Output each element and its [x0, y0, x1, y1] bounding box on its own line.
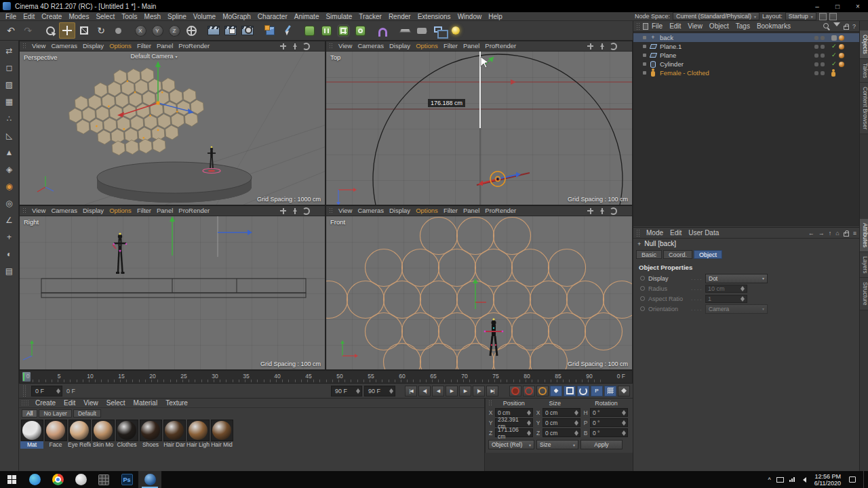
viewport-menu-panel[interactable]: Panel — [154, 206, 176, 216]
timeline-tick[interactable]: 40 — [269, 373, 285, 380]
spinner[interactable] — [56, 386, 60, 396]
model-mode-button[interactable]: ◻ — [3, 61, 16, 75]
record-rotation-button[interactable] — [577, 386, 589, 396]
character-tag-icon[interactable] — [831, 72, 835, 77]
keyframe-selection-button[interactable] — [618, 386, 630, 396]
viewport-menu-view[interactable]: View — [29, 206, 48, 216]
spinner[interactable] — [622, 428, 626, 438]
panel-grip[interactable] — [488, 400, 493, 407]
spinner[interactable] — [741, 294, 745, 304]
viewport-menu-cameras[interactable]: Cameras — [48, 206, 80, 216]
om-menu-tags[interactable]: Tags — [732, 22, 753, 30]
material-item[interactable]: Eye Refle — [68, 420, 91, 449]
dolly-icon[interactable] — [291, 43, 298, 50]
timeline-tick[interactable]: 70 — [456, 373, 473, 380]
menu-window[interactable]: Window — [454, 12, 486, 21]
menu-tools[interactable]: Tools — [118, 12, 140, 21]
coordinate-system-button[interactable] — [183, 22, 199, 39]
viewport-menu-filter[interactable]: Filter — [441, 206, 460, 216]
display-tray-icon[interactable] — [776, 477, 784, 483]
attr-tab-basic[interactable]: Basic — [636, 250, 662, 259]
workplane-mode-button[interactable]: ▦ — [3, 95, 16, 108]
texture-ball-tag-icon[interactable] — [839, 44, 844, 49]
material-item[interactable]: Hair Mid — [210, 420, 233, 449]
points-mode-button[interactable]: ∴ — [3, 112, 16, 125]
spinner[interactable] — [356, 386, 360, 396]
apply-button[interactable]: Apply — [580, 440, 623, 449]
menu-select[interactable]: Select — [92, 12, 118, 21]
material-item[interactable]: Clothes — [115, 420, 138, 449]
attr-menu-mode[interactable]: Mode — [643, 229, 667, 237]
om-menu-view[interactable]: View — [684, 22, 706, 30]
viewport-menu-cameras[interactable]: Cameras — [48, 41, 80, 51]
attr-field-radius[interactable]: 10 cm — [705, 285, 747, 293]
volume-tray-icon[interactable] — [800, 477, 806, 483]
material-item[interactable]: Mat — [20, 420, 43, 449]
material-menu-texture[interactable]: Texture — [161, 399, 192, 407]
bend-deformer-button[interactable] — [374, 22, 391, 39]
attr-tab-object[interactable]: Object — [694, 250, 722, 259]
timeline-tick[interactable]: 90 — [581, 373, 597, 380]
size-mode-dropdown[interactable]: Size▾ — [536, 440, 578, 449]
start-button[interactable] — [0, 471, 23, 488]
panel-grip[interactable] — [22, 385, 27, 396]
coordinate-field[interactable]: 0 ° — [590, 408, 628, 417]
editor-visibility-dot[interactable] — [814, 62, 818, 66]
material-menu-view[interactable]: View — [79, 399, 102, 407]
filter-tab-no-layer[interactable]: No Layer — [39, 409, 72, 418]
panel-grip[interactable] — [22, 207, 27, 214]
viewport-menu-view[interactable]: View — [29, 41, 48, 51]
layer-color-button[interactable]: ▤ — [3, 264, 16, 278]
spinner[interactable] — [574, 428, 578, 438]
viewport-menu-options[interactable]: Options — [106, 206, 134, 216]
minimize-button[interactable]: – — [807, 0, 827, 12]
menu-spline[interactable]: Spline — [164, 12, 190, 21]
array-generator-button[interactable] — [318, 22, 334, 39]
material-menu-create[interactable]: Create — [31, 399, 60, 407]
history-forward-icon[interactable]: → — [818, 230, 825, 237]
object-row[interactable]: Plane.1✓ — [633, 42, 860, 51]
timeline-tick[interactable]: 0 — [20, 373, 36, 380]
camera-label[interactable]: Default Camera▾ — [130, 53, 177, 60]
timeline-tick[interactable]: 50 — [332, 373, 348, 380]
coordinate-field[interactable]: 0 cm — [542, 428, 580, 437]
panel-grip[interactable] — [22, 43, 27, 49]
om-menu-object[interactable]: Object — [706, 22, 732, 30]
previous-frame-button[interactable]: ◀ — [432, 386, 444, 396]
timeline-tick[interactable]: 65 — [425, 373, 441, 380]
dolly-icon[interactable] — [291, 207, 298, 215]
attr-dropdown-display[interactable]: Dot▾ — [705, 274, 768, 283]
tweak-mode-button[interactable]: ◈ — [3, 163, 16, 176]
spinner[interactable] — [527, 428, 531, 438]
om-menu-edit[interactable]: Edit — [666, 22, 684, 30]
timeline-tick[interactable]: 85 — [550, 373, 566, 380]
render-visibility-dot[interactable] — [821, 36, 825, 40]
maximize-button[interactable]: □ — [827, 0, 848, 12]
side-tab-attributes[interactable]: Attributes — [860, 219, 868, 252]
timeline-tick[interactable]: 20 — [144, 373, 161, 380]
object-mode-dropdown[interactable]: Object (Rel)▾ — [488, 440, 534, 449]
viewport-menu-view[interactable]: View — [336, 206, 355, 216]
mograph-cloner-button[interactable] — [335, 22, 351, 39]
material-menu-select[interactable]: Select — [102, 399, 130, 407]
taskbar-app-cinema4d[interactable] — [138, 471, 161, 488]
taskbar-app-app-circle[interactable] — [69, 471, 92, 488]
subdivision-surface-button[interactable] — [301, 22, 317, 39]
maximize-icon[interactable] — [621, 43, 629, 50]
attr-menu-user-data[interactable]: User Data — [685, 229, 722, 237]
menu-mograph[interactable]: MoGraph — [219, 12, 254, 21]
material-item[interactable]: Face — [44, 420, 67, 449]
taskbar-app-chrome[interactable] — [46, 471, 69, 488]
taskbar-app-app-grid[interactable] — [92, 471, 115, 488]
pan-icon[interactable] — [279, 43, 287, 50]
render-picture-viewer-button[interactable] — [222, 22, 239, 39]
edges-mode-button[interactable]: ◺ — [3, 129, 16, 142]
dolly-icon[interactable] — [598, 207, 606, 215]
editor-visibility-dot[interactable] — [814, 54, 818, 58]
floor-button[interactable] — [397, 22, 413, 39]
snap-modes-button[interactable]: ◎ — [3, 197, 16, 210]
attr-menu-edit[interactable]: Edit — [667, 229, 685, 237]
timeline-tick[interactable]: 30 — [207, 373, 223, 380]
lock-icon[interactable] — [844, 232, 849, 237]
visibility-toggles[interactable] — [814, 54, 825, 58]
